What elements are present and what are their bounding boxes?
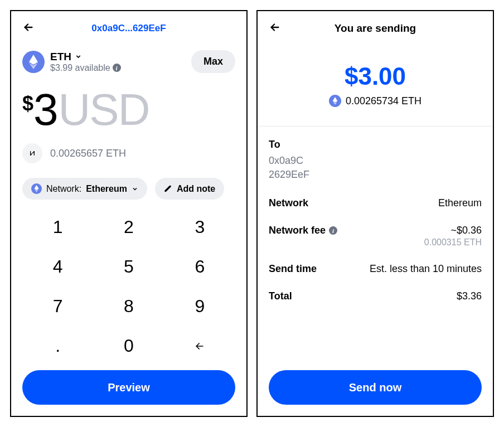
screen-title: You are sending bbox=[269, 22, 482, 35]
key-7[interactable]: 7 bbox=[22, 287, 93, 326]
to-address-line1: 0x0a9C bbox=[269, 154, 309, 168]
network-label: Network bbox=[269, 197, 308, 209]
swap-currency-button[interactable] bbox=[22, 143, 42, 163]
summary-eth: 0.00265734 ETH bbox=[346, 95, 421, 107]
fee-usd: ~$0.36 bbox=[424, 225, 482, 236]
detail-sendtime: Send time Est. less than 10 minutes bbox=[269, 263, 482, 275]
summary-usd: $3.00 bbox=[269, 62, 482, 90]
to-address-line2: 2629EeF bbox=[269, 168, 309, 182]
key-dot[interactable]: . bbox=[22, 326, 93, 366]
key-6[interactable]: 6 bbox=[164, 247, 235, 287]
add-note-chip[interactable]: Add note bbox=[155, 178, 224, 200]
fee-eth: 0.000315 ETH bbox=[424, 237, 482, 248]
key-0[interactable]: 0 bbox=[93, 326, 164, 366]
fee-label: Network fee bbox=[269, 225, 326, 236]
send-confirm-screen: You are sending $3.00 0.00265734 ETH To … bbox=[256, 10, 494, 417]
topbar: You are sending bbox=[269, 19, 482, 38]
key-5[interactable]: 5 bbox=[93, 247, 164, 287]
detail-fee: Network fee i ~$0.36 0.000315 ETH bbox=[269, 225, 482, 248]
to-label: To bbox=[269, 139, 280, 151]
numeric-keypad: 1 2 3 4 5 6 7 8 9 . 0 bbox=[22, 207, 235, 366]
arrow-left-icon bbox=[192, 341, 207, 352]
preview-button[interactable]: Preview bbox=[22, 370, 235, 405]
summary-amount: $3.00 0.00265734 ETH bbox=[269, 62, 482, 107]
key-4[interactable]: 4 bbox=[22, 247, 93, 287]
detail-list: To 0x0a9C 2629EeF Network Ethereum Netwo… bbox=[269, 139, 482, 318]
asset-selector-row: ETH $3.99 available i Max bbox=[22, 50, 235, 73]
pencil-icon bbox=[164, 185, 172, 193]
eth-icon bbox=[22, 51, 45, 73]
chevron-down-icon bbox=[75, 53, 82, 60]
topbar: 0x0a9C...629EeF bbox=[22, 19, 235, 38]
add-note-label: Add note bbox=[177, 184, 215, 194]
amount-currency: USD bbox=[59, 84, 149, 135]
send-now-button[interactable]: Send now bbox=[269, 370, 482, 405]
network-chip-prefix: Network: bbox=[46, 184, 81, 194]
recipient-address-short: 0x0a9C...629EeF bbox=[22, 23, 235, 34]
asset-symbol-dropdown[interactable]: ETH bbox=[50, 51, 121, 63]
eth-icon bbox=[329, 95, 341, 107]
chevron-down-icon bbox=[132, 186, 138, 192]
sendtime-value: Est. less than 10 minutes bbox=[370, 263, 482, 275]
key-8[interactable]: 8 bbox=[93, 287, 164, 326]
key-2[interactable]: 2 bbox=[93, 207, 164, 247]
detail-to: To 0x0a9C 2629EeF bbox=[269, 139, 482, 182]
divider bbox=[258, 126, 493, 127]
back-button[interactable] bbox=[22, 21, 35, 36]
info-icon[interactable]: i bbox=[329, 226, 337, 235]
asset-available-label: $3.99 available bbox=[50, 63, 110, 73]
eth-mini-icon bbox=[31, 183, 42, 194]
key-3[interactable]: 3 bbox=[164, 207, 235, 247]
asset-symbol-label: ETH bbox=[50, 51, 71, 63]
asset-available: $3.99 available i bbox=[50, 63, 121, 73]
detail-network: Network Ethereum bbox=[269, 197, 482, 209]
detail-total: Total $3.36 bbox=[269, 290, 482, 302]
converted-amount: 0.00265657 ETH bbox=[50, 148, 126, 159]
network-chip-value: Ethereum bbox=[86, 184, 127, 194]
key-1[interactable]: 1 bbox=[22, 207, 93, 247]
amount-value: 3 bbox=[33, 84, 57, 135]
conversion-row: 0.00265657 ETH bbox=[22, 143, 235, 163]
info-icon[interactable]: i bbox=[113, 64, 121, 72]
total-value: $3.36 bbox=[457, 290, 482, 302]
sendtime-label: Send time bbox=[269, 263, 317, 275]
amount-display: $ 3 USD bbox=[22, 84, 235, 135]
dollar-sign: $ bbox=[22, 92, 32, 115]
key-backspace[interactable] bbox=[164, 326, 235, 366]
network-value: Ethereum bbox=[438, 197, 482, 209]
max-button[interactable]: Max bbox=[191, 50, 235, 73]
chips-row: Network: Ethereum Add note bbox=[22, 178, 235, 200]
network-chip[interactable]: Network: Ethereum bbox=[22, 178, 147, 200]
total-label: Total bbox=[269, 290, 292, 302]
key-9[interactable]: 9 bbox=[164, 287, 235, 326]
send-entry-screen: 0x0a9C...629EeF ETH $3.99 available i Ma… bbox=[10, 10, 248, 417]
